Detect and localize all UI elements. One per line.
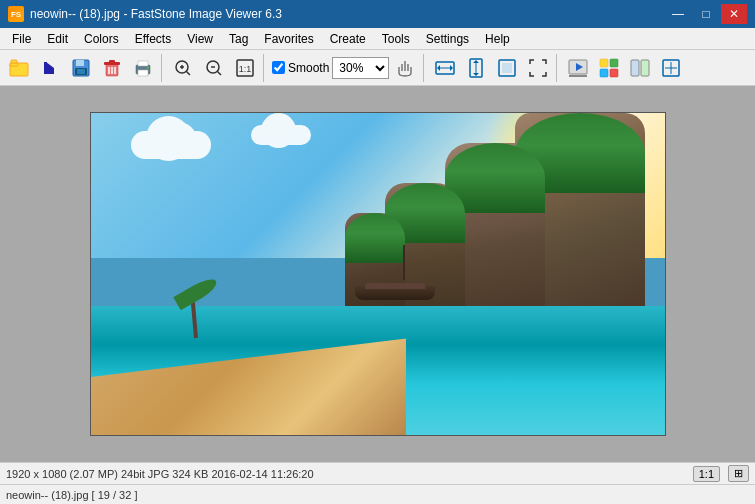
boat-deck bbox=[365, 283, 425, 289]
compare-button[interactable] bbox=[625, 54, 655, 82]
app-icon: FS bbox=[8, 6, 24, 22]
prev-button[interactable] bbox=[35, 54, 65, 82]
toolbar-separator-4 bbox=[556, 54, 560, 82]
menu-effects[interactable]: Effects bbox=[127, 29, 179, 49]
title-left: FS neowin-- (18).jpg - FastStone Image V… bbox=[8, 6, 282, 22]
menu-tools[interactable]: Tools bbox=[374, 29, 418, 49]
menu-favorites[interactable]: Favorites bbox=[256, 29, 321, 49]
image-nav-info: neowin-- (18).jpg [ 19 / 32 ] bbox=[6, 489, 137, 501]
svg-marker-34 bbox=[473, 60, 479, 63]
menu-bar: File Edit Colors Effects View Tag Favori… bbox=[0, 28, 755, 50]
menu-create[interactable]: Create bbox=[322, 29, 374, 49]
svg-rect-46 bbox=[641, 60, 649, 76]
svg-rect-41 bbox=[600, 59, 608, 67]
maximize-button[interactable]: □ bbox=[693, 4, 719, 24]
zoom-out-button[interactable] bbox=[199, 54, 229, 82]
menu-file[interactable]: File bbox=[4, 29, 39, 49]
slideshow-button[interactable] bbox=[563, 54, 593, 82]
svg-rect-16 bbox=[138, 61, 148, 66]
boat-mast bbox=[403, 245, 405, 280]
status-info: 1920 x 1080 (2.07 MP) 24bit JPG 324 KB 2… bbox=[6, 468, 314, 480]
zoom-in-button[interactable] bbox=[168, 54, 198, 82]
menu-edit[interactable]: Edit bbox=[39, 29, 76, 49]
svg-rect-40 bbox=[569, 75, 587, 77]
cloud-2 bbox=[251, 125, 311, 145]
thumbnails-button[interactable] bbox=[594, 54, 624, 82]
delete-button[interactable] bbox=[97, 54, 127, 82]
print-button[interactable] bbox=[128, 54, 158, 82]
toolbar-separator-3 bbox=[423, 54, 427, 82]
svg-marker-30 bbox=[437, 65, 440, 71]
main-area bbox=[0, 86, 755, 462]
fit-btn[interactable]: ⊞ bbox=[728, 465, 749, 482]
smooth-group: Smooth 5% 10% 15% 20% 25% 30% 40% 50% 75… bbox=[272, 57, 389, 79]
close-button[interactable]: ✕ bbox=[721, 4, 747, 24]
zoom-select[interactable]: 5% 10% 15% 20% 25% 30% 40% 50% 75% 100% … bbox=[332, 57, 389, 79]
fit-height-button[interactable] bbox=[461, 54, 491, 82]
image-canvas[interactable] bbox=[90, 112, 666, 436]
smooth-label[interactable]: Smooth bbox=[272, 61, 329, 75]
open-folder-button[interactable] bbox=[4, 54, 34, 82]
boat-hull bbox=[355, 286, 435, 300]
svg-marker-3 bbox=[46, 62, 54, 74]
svg-rect-45 bbox=[631, 60, 639, 76]
svg-point-18 bbox=[147, 66, 149, 68]
status-right: 1:1 ⊞ bbox=[693, 465, 749, 482]
fit-width-button[interactable] bbox=[430, 54, 460, 82]
status-bar: 1920 x 1080 (2.07 MP) 24bit JPG 324 KB 2… bbox=[0, 462, 755, 484]
toolbar-separator-1 bbox=[161, 54, 165, 82]
menu-colors[interactable]: Colors bbox=[76, 29, 127, 49]
menu-settings[interactable]: Settings bbox=[418, 29, 477, 49]
toolbar-separator-2 bbox=[263, 54, 267, 82]
svg-rect-6 bbox=[76, 60, 84, 66]
svg-marker-35 bbox=[473, 73, 479, 76]
expand-button[interactable] bbox=[656, 54, 686, 82]
svg-text:1:1: 1:1 bbox=[239, 64, 252, 74]
svg-rect-2 bbox=[11, 60, 17, 63]
fit-window-button[interactable] bbox=[492, 54, 522, 82]
svg-rect-8 bbox=[77, 69, 85, 74]
svg-rect-42 bbox=[610, 59, 618, 67]
toolbar: 1:1 Smooth 5% 10% 15% 20% 25% 30% 40% 50… bbox=[0, 50, 755, 86]
svg-line-25 bbox=[218, 71, 222, 75]
palm-tree bbox=[194, 293, 198, 338]
cloud-1 bbox=[131, 131, 211, 159]
zoom-ratio-button[interactable]: 1:1 bbox=[693, 466, 720, 482]
svg-rect-43 bbox=[600, 69, 608, 77]
actual-size-button[interactable]: 1:1 bbox=[230, 54, 260, 82]
svg-rect-17 bbox=[138, 70, 148, 76]
title-text: neowin-- (18).jpg - FastStone Image View… bbox=[30, 7, 282, 21]
menu-view[interactable]: View bbox=[179, 29, 221, 49]
svg-line-22 bbox=[187, 71, 191, 75]
menu-tag[interactable]: Tag bbox=[221, 29, 256, 49]
svg-rect-11 bbox=[109, 60, 115, 63]
svg-marker-31 bbox=[450, 65, 453, 71]
svg-rect-37 bbox=[502, 63, 512, 73]
title-bar: FS neowin-- (18).jpg - FastStone Image V… bbox=[0, 0, 755, 28]
menu-help[interactable]: Help bbox=[477, 29, 518, 49]
minimize-button[interactable]: — bbox=[665, 4, 691, 24]
fullscreen-button[interactable] bbox=[523, 54, 553, 82]
pan-tool-button[interactable] bbox=[390, 54, 420, 82]
save-button[interactable] bbox=[66, 54, 96, 82]
svg-rect-4 bbox=[44, 62, 47, 74]
status-bar2: neowin-- (18).jpg [ 19 / 32 ] bbox=[0, 484, 755, 504]
svg-rect-44 bbox=[610, 69, 618, 77]
smooth-checkbox[interactable] bbox=[272, 61, 285, 74]
boat bbox=[355, 286, 435, 300]
vegetation-4 bbox=[345, 213, 405, 263]
title-buttons: — □ ✕ bbox=[665, 4, 747, 24]
